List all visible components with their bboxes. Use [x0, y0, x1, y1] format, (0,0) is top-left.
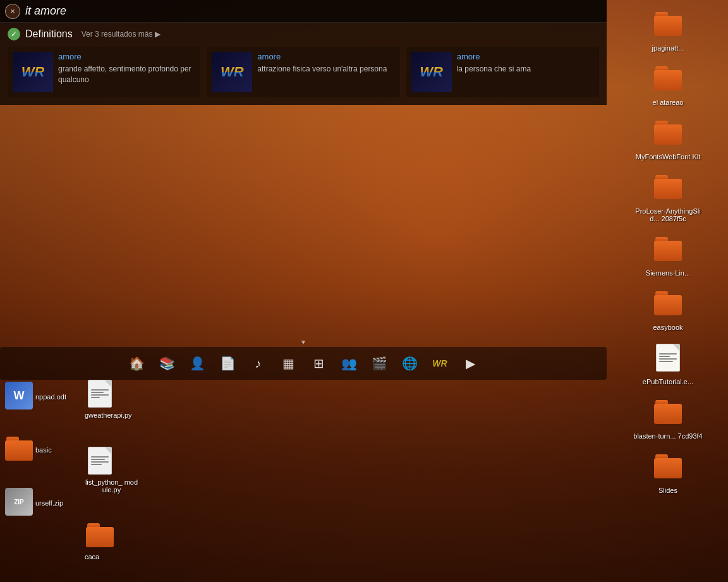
dock-item-wordreference[interactable]: WR	[427, 351, 452, 376]
folder-icon-slides	[653, 451, 683, 482]
search-panel: × ✓ Definitions Ver 3 resultados más ▶ W…	[0, 0, 607, 105]
dock-item-games[interactable]: ⊞	[306, 351, 331, 376]
dock-item-home[interactable]: 🏠	[124, 351, 149, 376]
dock-item-presentations[interactable]: ▦	[276, 351, 301, 376]
dock-item-globe[interactable]: 🌐	[397, 351, 422, 376]
definitions-section: ✓ Definitions Ver 3 resultados más ▶ WR …	[0, 23, 607, 105]
desktop-icons-right: jpaginatt... el atareao MyFontsWebFont K…	[608, 0, 728, 497]
globe-icon: 🌐	[402, 356, 418, 371]
definition-text-3: la persona che si ama	[457, 64, 594, 75]
definitions-more-arrow: ▶	[155, 30, 161, 39]
games-icon: ⊞	[313, 356, 324, 371]
odt-file-icon: W	[5, 382, 33, 409]
library-icon: 📚	[159, 356, 175, 371]
folder-icon-easybook	[653, 288, 683, 318]
py-icon-gweatherapi	[85, 379, 115, 409]
icon-label-siemens: Siemens-Lin...	[646, 269, 690, 277]
dock-container: ▼ 🏠 📚 👤 📄 ♪ ▦ ⊞ 👥 🎬 🌐	[0, 339, 607, 380]
icon-label-proloser: ProLoser-AnythingSlid... 2087f5c	[633, 207, 703, 222]
desktop-icon-caca[interactable]: caca	[82, 518, 145, 563]
folder-icon-myfontswebfontkit	[653, 118, 683, 148]
desktop-icon-el-atareao[interactable]: el atareao	[630, 61, 706, 109]
dock-item-people[interactable]: 👤	[185, 351, 210, 376]
definition-word-3: amore	[457, 52, 594, 61]
desktop-icon-basic-folder[interactable]: basic	[3, 432, 72, 468]
definition-content-3: amore la persona che si ama	[457, 52, 594, 75]
social-icon: 👥	[341, 356, 357, 371]
icon-label-list-python: list_python_ module.py	[85, 478, 138, 494]
folder-icon-proloser	[653, 172, 683, 202]
home-icon: 🏠	[129, 356, 145, 371]
definition-card-3[interactable]: WR amore la persona che si ama	[406, 47, 599, 97]
people-icon: 👤	[190, 356, 205, 371]
folder-basic	[5, 435, 33, 463]
presentations-icon: ▦	[282, 356, 294, 371]
desktop-icons-bottom-left: W nppad.odt basic ZIP urself.zip	[0, 379, 72, 533]
zip-icon: ZIP	[5, 488, 33, 516]
dock-item-videos[interactable]: 🎬	[367, 351, 392, 376]
close-icon: ×	[10, 6, 15, 16]
epub-icon-epubtutorial	[653, 343, 683, 373]
py-file-icon-2	[88, 447, 112, 475]
definition-text-2: attrazione fisica verso un'altra persona	[257, 64, 394, 75]
icon-label-myfontswebfontkit: MyFontsWebFont Kit	[636, 153, 701, 161]
definitions-header: ✓ Definitions Ver 3 resultados más ▶	[8, 28, 599, 40]
definition-word-1: amore	[58, 52, 195, 61]
desktop-icon-gweatherapi[interactable]: gweatherapi.py	[82, 376, 145, 421]
icon-label-slides: Slides	[658, 487, 677, 494]
folder-caca	[85, 520, 115, 550]
desktop-icon-yourself-zip[interactable]: ZIP urself.zip	[3, 485, 72, 521]
dock-item-library[interactable]: 📚	[154, 351, 179, 376]
icon-label-nppad-odt: nppad.odt	[35, 393, 66, 401]
folder-icon-jpaginatte	[653, 9, 683, 39]
py-file-icon-1	[88, 380, 112, 408]
search-bar: ×	[0, 0, 607, 23]
definition-card-2[interactable]: WR amore attrazione fisica verso un'altr…	[207, 47, 399, 97]
odt-icon: W	[5, 382, 33, 409]
play-icon: ▶	[466, 356, 475, 371]
definitions-cards: WR amore grande affetto, sentimento prof…	[8, 47, 599, 97]
definitions-check-icon: ✓	[8, 28, 20, 40]
desktop-icon-proloser[interactable]: ProLoser-AnythingSlid... 2087f5c	[630, 169, 706, 225]
dock-scroll-arrow: ▼	[300, 339, 306, 346]
icon-label-caca: caca	[85, 553, 99, 561]
dock-item-social[interactable]: 👥	[336, 351, 361, 376]
videos-icon: 🎬	[372, 356, 387, 371]
desktop-icon-nppad-odt[interactable]: W nppad.odt	[3, 379, 72, 415]
icon-label-blasten: blasten-turn... 7cd93f4	[633, 432, 702, 440]
icon-label-jpaginatte: jpaginatt...	[652, 44, 684, 52]
definitions-more-label: Ver 3 resultados más	[82, 30, 153, 39]
dock-item-files[interactable]: 📄	[215, 351, 240, 376]
desktop-icon-easybook[interactable]: easybook	[630, 286, 706, 334]
search-close-button[interactable]: ×	[5, 4, 20, 19]
desktop-icons-middle: gweatherapi.py list_python_ module.py ca…	[82, 376, 145, 576]
icon-label-easybook: easybook	[653, 324, 682, 331]
wordreference-dock-icon: WR	[432, 358, 447, 368]
desktop-icon-epubtutorial[interactable]: ePubTutorial.e...	[630, 340, 706, 388]
folder-icon-el-atareao	[653, 63, 683, 94]
desktop-icon-list-python[interactable]: list_python_ module.py	[82, 443, 145, 496]
desktop-icon-blasten[interactable]: blasten-turn... 7cd93f4	[630, 394, 706, 442]
wordreference-icon-2: WR	[212, 52, 252, 92]
icon-label-yourself-zip: urself.zip	[35, 499, 63, 507]
dock-item-play[interactable]: ▶	[458, 351, 483, 376]
desktop-icon-slides[interactable]: Slides	[630, 449, 706, 497]
definition-text-1: grande affetto, sentimento profondo per …	[58, 64, 195, 85]
definitions-title: Definitions	[25, 28, 73, 40]
definitions-more-link[interactable]: Ver 3 resultados más ▶	[82, 30, 161, 39]
dock-item-music[interactable]: ♪	[245, 351, 270, 376]
zip-file-icon: ZIP	[5, 488, 33, 516]
desktop-icon-jpaginatte[interactable]: jpaginatt...	[630, 6, 706, 54]
definition-word-2: amore	[257, 52, 394, 61]
files-icon: 📄	[220, 356, 236, 371]
wordreference-icon-3: WR	[411, 52, 452, 92]
desktop-icon-myfontswebfontkit[interactable]: MyFontsWebFont Kit	[630, 115, 706, 163]
desktop-icon-siemens[interactable]: Siemens-Lin...	[630, 231, 706, 279]
dock: 🏠 📚 👤 📄 ♪ ▦ ⊞ 👥 🎬 🌐 WR	[0, 347, 607, 380]
icon-label-basic: basic	[35, 446, 52, 454]
folder-icon-siemens	[653, 234, 683, 264]
search-input[interactable]	[25, 4, 602, 18]
definition-content-2: amore attrazione fisica verso un'altra p…	[257, 52, 394, 75]
wordreference-icon-1: WR	[13, 52, 53, 92]
definition-card-1[interactable]: WR amore grande affetto, sentimento prof…	[8, 47, 200, 97]
